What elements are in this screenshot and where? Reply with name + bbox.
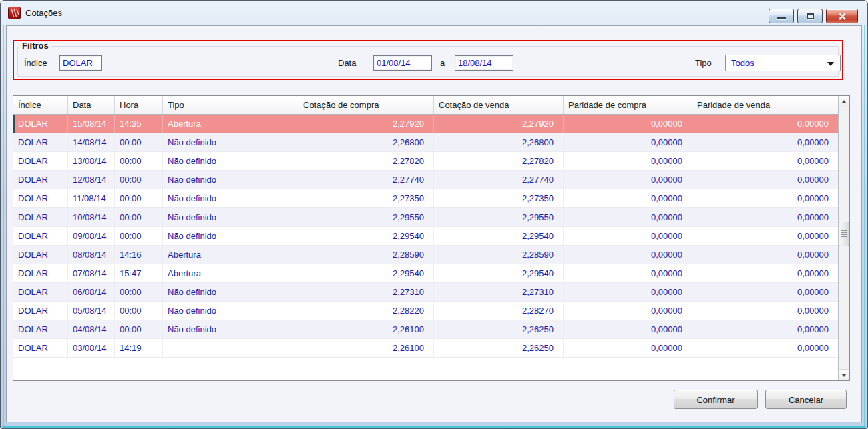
table-row[interactable]: DOLAR11/08/1400:00Não definido2,273502,2…: [13, 189, 838, 208]
indice-label: Índice: [24, 58, 47, 68]
table-cell: 03/08/14: [68, 339, 115, 357]
table-cell: 0,00000: [692, 189, 838, 207]
table-row[interactable]: DOLAR05/08/1400:00Não definido2,282202,2…: [13, 302, 838, 320]
scroll-down-button[interactable]: [839, 369, 849, 380]
table-cell: DOLAR: [13, 115, 68, 133]
scroll-up-button[interactable]: [839, 96, 849, 107]
table-cell: 14:16: [115, 246, 163, 264]
table-cell: Não definido: [163, 152, 298, 170]
table-cell: Não definido: [163, 133, 298, 151]
table-cell: 00:00: [115, 208, 163, 226]
table-cell: 0,00000: [692, 208, 838, 226]
table-cell: 0,00000: [692, 320, 838, 338]
table-cell: 2,27820: [434, 152, 564, 170]
table-cell: DOLAR: [13, 133, 68, 151]
table-cell: 0,00000: [564, 283, 692, 301]
cancel-button[interactable]: Cancelar: [765, 390, 847, 409]
table-cell: DOLAR: [13, 264, 68, 282]
table-cell: 15/08/14: [68, 115, 115, 133]
minimize-button[interactable]: [769, 9, 794, 23]
table-cell: 0,00000: [564, 189, 692, 207]
table-cell: Não definido: [163, 283, 298, 301]
table-cell: 0,00000: [564, 227, 692, 245]
window-title: Cotações: [25, 8, 62, 18]
table-cell: [163, 339, 298, 357]
table-cell: 2,27350: [434, 189, 564, 207]
table-cell: DOLAR: [13, 302, 68, 320]
date-range-separator: a: [440, 58, 445, 68]
table-cell: Não definido: [163, 208, 298, 226]
table-cell: 14:35: [115, 115, 163, 133]
close-button[interactable]: [826, 9, 858, 23]
table-cell: 00:00: [115, 133, 163, 151]
table-cell: 14:19: [115, 339, 163, 357]
maximize-button[interactable]: [797, 9, 823, 23]
table-cell: 0,00000: [692, 115, 838, 133]
table-cell: Não definido: [163, 227, 298, 245]
app-logo-icon: [8, 7, 21, 19]
table-cell: Não definido: [163, 320, 298, 338]
table-row[interactable]: DOLAR04/08/1400:00Não definido2,261002,2…: [13, 320, 838, 339]
table-row[interactable]: DOLAR08/08/1414:16Abertura2,285902,28590…: [13, 246, 838, 264]
date-from-input[interactable]: 01/08/14: [373, 55, 432, 71]
arrow-up-icon: [841, 100, 847, 103]
table-cell: 13/08/14: [68, 152, 115, 170]
table-cell: 07/08/14: [68, 264, 115, 282]
table-cell: Não definido: [163, 302, 298, 320]
scrollbar-grip-icon: [841, 230, 847, 238]
table-row[interactable]: DOLAR07/08/1415:47Abertura2,295402,29540…: [13, 264, 838, 283]
table-row[interactable]: DOLAR06/08/1400:00Não definido2,273102,2…: [13, 283, 838, 302]
table-cell: 0,00000: [564, 152, 692, 170]
vertical-scrollbar[interactable]: [838, 96, 849, 380]
table-cell: 0,00000: [564, 115, 692, 133]
table-cell: 2,27820: [298, 152, 434, 170]
table-row[interactable]: DOLAR03/08/1414:192,261002,262500,000000…: [13, 339, 838, 358]
chevron-down-icon: [827, 62, 834, 66]
date-to-input[interactable]: 18/08/14: [455, 55, 513, 71]
scrollbar-thumb[interactable]: [839, 222, 849, 246]
table-cell: 04/08/14: [68, 320, 115, 338]
table-cell: Abertura: [163, 115, 298, 133]
tipo-select[interactable]: Todos: [725, 55, 841, 71]
table-cell: 00:00: [115, 320, 163, 338]
confirm-button[interactable]: Confirmar: [674, 390, 758, 409]
table-cell: 0,00000: [692, 339, 838, 357]
table-cell: 0,00000: [692, 152, 838, 170]
minimize-icon: [777, 17, 786, 19]
table-cell: 0,00000: [564, 133, 692, 151]
table-cell: Não definido: [163, 189, 298, 207]
table-cell: DOLAR: [13, 339, 68, 357]
title-bar[interactable]: Cotações: [1, 1, 867, 25]
table-cell: 2,29540: [434, 264, 564, 282]
table-cell: 0,00000: [564, 264, 692, 282]
table-row[interactable]: DOLAR13/08/1400:00Não definido2,278202,2…: [13, 152, 838, 171]
column-header: Paridade de compra: [564, 96, 692, 114]
table-cell: 05/08/14: [68, 302, 115, 320]
table-cell: Abertura: [163, 246, 298, 264]
table-cell: 2,27310: [298, 283, 434, 301]
table-cell: 15:47: [115, 264, 163, 282]
table-row[interactable]: DOLAR12/08/1400:00Não definido2,277402,2…: [13, 171, 838, 189]
table-cell: 0,00000: [692, 264, 838, 282]
table-row[interactable]: DOLAR09/08/1400:00Não definido2,295402,2…: [13, 227, 838, 246]
column-header: Cotação de venda: [434, 96, 564, 114]
grid-columns: ÍndiceDataHoraTipoCotação de compraCotaç…: [13, 96, 838, 380]
app-window: Cotações Filtros Índice DOLAR Data 01/08…: [0, 0, 868, 429]
table-row[interactable]: DOLAR14/08/1400:00Não definido2,268002,2…: [13, 133, 838, 152]
table-cell: 0,00000: [564, 208, 692, 226]
table-cell: 2,29540: [298, 227, 434, 245]
table-row[interactable]: DOLAR10/08/1400:00Não definido2,295502,2…: [13, 208, 838, 227]
table-cell: 2,27310: [434, 283, 564, 301]
table-cell: 2,29540: [298, 264, 434, 282]
table-cell: 2,26250: [434, 339, 564, 357]
table-cell: 2,26800: [298, 133, 434, 151]
dialog-body: Filtros Índice DOLAR Data 01/08/14 a 18/…: [6, 25, 862, 422]
table-cell: 2,27920: [298, 115, 434, 133]
table-cell: 06/08/14: [68, 283, 115, 301]
table-cell: 2,29540: [434, 227, 564, 245]
table-row-selected[interactable]: DOLAR15/08/1414:35Abertura2,279202,27920…: [13, 115, 838, 133]
table-cell: 09/08/14: [68, 227, 115, 245]
indice-input[interactable]: DOLAR: [59, 55, 102, 71]
table-cell: 12/08/14: [68, 171, 115, 189]
table-cell: 00:00: [115, 302, 163, 320]
